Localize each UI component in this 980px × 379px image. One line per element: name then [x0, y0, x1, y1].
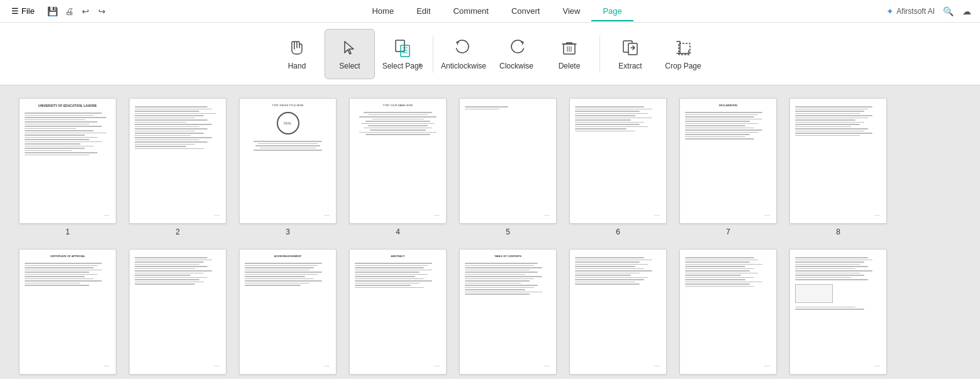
menu-icon: ☰: [11, 6, 19, 16]
select-tool[interactable]: Select: [325, 29, 375, 79]
page-item[interactable]: UNIVERSITY OF EDUCATION, LAHORE ~~ 1: [19, 98, 116, 236]
page-signature: ~~: [654, 363, 660, 369]
ai-star-icon: ✦: [886, 6, 894, 16]
print-icon[interactable]: 🖨: [64, 6, 75, 17]
page-number: 7: [726, 228, 730, 236]
page-item[interactable]: ~~ 14: [569, 249, 667, 379]
page-signature: ~~: [214, 363, 220, 369]
separator-2: [599, 35, 600, 73]
dropdown-arrow-icon: ▼: [418, 62, 423, 68]
tab-convert[interactable]: Convert: [500, 1, 552, 21]
delete-label: Delete: [559, 62, 581, 70]
page-item[interactable]: TYPE THESIS TITLE HERE SEAL ~~ 3: [239, 98, 337, 236]
page-item[interactable]: ~~ 2: [129, 98, 226, 236]
extract-label: Extract: [618, 62, 642, 70]
page-thumb: CERTIFICATE OF APPROVAL ~~: [19, 249, 116, 375]
svg-rect-0: [396, 40, 404, 52]
hand-label: Hand: [288, 62, 306, 70]
page-signature: ~~: [764, 363, 770, 369]
page-item[interactable]: TYPE YOUR NAME HERE ~~ 4: [349, 98, 447, 236]
cloud-icon[interactable]: ☁: [961, 6, 972, 17]
page-item[interactable]: ACKNOWLEDGEMENT ~~ 11: [239, 249, 337, 379]
page-item[interactable]: TABLE OF CONTENTS ~~ 13: [459, 249, 557, 379]
page-thumb: ACKNOWLEDGEMENT ~~: [239, 249, 337, 375]
page-signature: ~~: [324, 212, 330, 218]
anticlockwise-tool[interactable]: Anticlockwise: [438, 29, 489, 79]
page-number: 2: [175, 228, 180, 236]
page-item[interactable]: DECLARATION ~~ 7: [679, 98, 777, 236]
hand-tool[interactable]: Hand: [272, 29, 322, 79]
page-item[interactable]: ~~ 5: [459, 98, 557, 236]
ai-badge[interactable]: ✦ Afirstsoft AI: [886, 6, 935, 16]
tab-home[interactable]: Home: [360, 1, 405, 21]
search-icon[interactable]: 🔍: [942, 6, 954, 17]
page-thumb: ~~: [569, 249, 667, 375]
select-icon: [340, 38, 360, 58]
anticlockwise-label: Anticlockwise: [441, 62, 486, 70]
extract-tool[interactable]: Extract: [605, 29, 655, 79]
page-item[interactable]: ~~ 15: [679, 249, 777, 379]
pages-grid: UNIVERSITY OF EDUCATION, LAHORE ~~ 1: [19, 98, 961, 379]
page-thumb: ~~: [129, 98, 226, 224]
clockwise-tool[interactable]: Clockwise: [491, 29, 542, 79]
tab-edit[interactable]: Edit: [405, 1, 442, 21]
page-thumb: ~~: [789, 249, 887, 375]
page-number: 5: [506, 228, 510, 236]
select-label: Select: [339, 62, 360, 70]
clockwise-label: Clockwise: [499, 62, 533, 70]
page-thumb: DECLARATION ~~: [679, 98, 777, 224]
file-menu[interactable]: ☰ File: [8, 5, 38, 17]
page-thumb: ~~: [569, 98, 667, 224]
page-number: 4: [396, 228, 400, 236]
nav-tabs: Home Edit Comment Convert View Page: [114, 1, 880, 21]
page-signature: ~~: [434, 212, 440, 218]
titlebar-actions: 💾 🖨 ↩ ↪: [47, 6, 108, 17]
tab-comment[interactable]: Comment: [442, 1, 500, 21]
tab-page[interactable]: Page: [591, 1, 633, 21]
page-thumb: UNIVERSITY OF EDUCATION, LAHORE ~~: [19, 98, 116, 224]
crop-page-tool[interactable]: Crop Page: [658, 29, 708, 79]
select-page-tool[interactable]: Select Page ▼: [377, 29, 428, 79]
titlebar-right: ✦ Afirstsoft AI 🔍 ☁: [886, 6, 972, 17]
page-thumb: ~~: [129, 249, 226, 375]
page-signature: ~~: [544, 212, 550, 218]
page-number: 1: [65, 228, 70, 236]
page-thumb: ~~: [789, 98, 887, 224]
page-thumb: ABSTRACT ~~: [349, 249, 447, 375]
svg-rect-1: [401, 45, 409, 57]
delete-tool[interactable]: Delete: [544, 29, 594, 79]
delete-icon: [559, 38, 579, 58]
page-thumb: TABLE OF CONTENTS ~~: [459, 249, 557, 375]
page-signature: ~~: [104, 212, 109, 218]
page-item[interactable]: ~~ 10: [129, 249, 226, 379]
page-signature: ~~: [214, 212, 220, 218]
extract-icon: [620, 38, 640, 58]
select-page-label: Select Page: [382, 62, 423, 70]
page-number: 8: [836, 228, 840, 236]
page-signature: ~~: [874, 363, 880, 369]
page-signature: ~~: [874, 212, 880, 218]
file-label: File: [21, 6, 35, 16]
undo-icon[interactable]: ↩: [80, 6, 91, 17]
tab-view[interactable]: View: [551, 1, 591, 21]
page-thumb: TYPE YOUR NAME HERE ~~: [349, 98, 447, 224]
anticlockwise-icon: [454, 38, 474, 58]
page-item[interactable]: CERTIFICATE OF APPROVAL ~~ 9: [19, 249, 116, 379]
page-item[interactable]: ~~ 8: [789, 98, 887, 236]
page-item[interactable]: ~~ 6: [569, 98, 667, 236]
clockwise-icon: [506, 38, 526, 58]
page-signature: ~~: [764, 212, 770, 218]
page-signature: ~~: [544, 363, 550, 369]
save-icon[interactable]: 💾: [47, 6, 58, 17]
redo-icon[interactable]: ↪: [96, 6, 108, 17]
page-signature: ~~: [104, 363, 109, 369]
page-item[interactable]: ABSTRACT ~~ 12: [349, 249, 447, 379]
page-number: 6: [616, 228, 620, 236]
toolbar: Hand Select Select Page ▼ Anticlo: [0, 23, 980, 85]
titlebar: ☰ File 💾 🖨 ↩ ↪ Home Edit Comment Convert…: [0, 0, 980, 23]
ai-label: Afirstsoft AI: [896, 7, 935, 16]
page-number: 3: [286, 228, 290, 236]
pages-content: UNIVERSITY OF EDUCATION, LAHORE ~~ 1: [0, 85, 980, 379]
crop-page-label: Crop Page: [665, 62, 701, 70]
page-item[interactable]: ~~ 16: [789, 249, 887, 379]
